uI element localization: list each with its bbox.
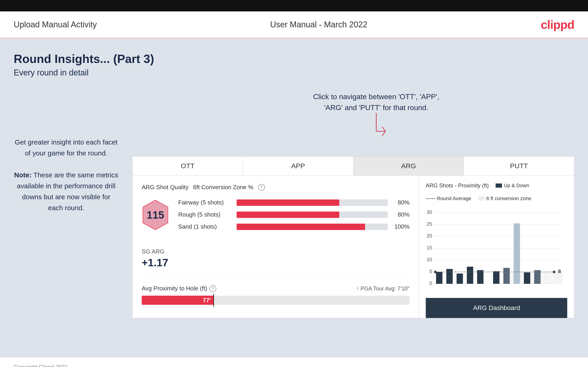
arg-shot-quality-label: ARG Shot Quality (142, 184, 189, 191)
sand-bar (237, 224, 388, 230)
chart-legend: ARG Shots - Proximity (ft) Up & Down Rou… (426, 182, 567, 201)
svg-text:5: 5 (429, 268, 432, 274)
svg-text:15: 15 (427, 245, 432, 250)
fairway-bar (237, 200, 388, 206)
main-content: Round Insights... (Part 3) Every round i… (0, 38, 588, 358)
chart-title: ARG Shots - Proximity (ft) (426, 182, 489, 189)
left-description: Get greater insight into each facet of y… (15, 138, 118, 157)
card: OTT APP ARG PUTT (132, 156, 574, 318)
svg-rect-23 (493, 271, 500, 284)
hex-score-row: 115 Fairway (5 shots) 80% (142, 199, 410, 235)
tab-app[interactable]: APP (243, 157, 354, 175)
shot-row-sand: Sand (1 shots) 100% (178, 223, 410, 230)
note-label: Note: (14, 171, 32, 179)
tab-putt[interactable]: PUTT (464, 157, 574, 175)
sg-label: SG ARG (142, 248, 410, 255)
rough-pct: 80% (391, 211, 410, 218)
content-layout: Get greater insight into each facet of y… (14, 91, 574, 318)
top-bar (0, 0, 588, 11)
svg-text:25: 25 (427, 221, 432, 227)
sg-value: +1.17 (142, 257, 410, 269)
svg-rect-25 (514, 223, 520, 284)
annotation-text: Click to navigate between 'OTT', 'APP','… (178, 91, 574, 113)
user-manual-label: User Manual - March 2022 (270, 20, 367, 29)
proximity-section: Avg Proximity to Hole (ft) ? ↑ PGA Tour … (142, 278, 410, 305)
tab-ott[interactable]: OTT (133, 157, 243, 175)
hexagon-score: 115 (142, 199, 169, 231)
legend-conversion-zone-icon (478, 197, 484, 200)
arg-dashboard-button[interactable]: ARG Dashboard (426, 298, 567, 318)
card-body: ARG Shot Quality 6ft Conversion Zone % ?… (133, 175, 574, 318)
sand-pct: 100% (391, 223, 410, 230)
chart-panel: ARG Shots - Proximity (ft) Up & Down Rou… (419, 175, 574, 318)
proximity-header: Avg Proximity to Hole (ft) ? ↑ PGA Tour … (142, 285, 410, 292)
rough-label: Rough (5 shots) (178, 211, 233, 218)
proximity-bar: 77' (142, 296, 410, 305)
tab-arg[interactable]: ARG (354, 157, 464, 175)
proximity-title: Avg Proximity to Hole (ft) ? (142, 285, 216, 292)
left-panel: Get greater insight into each facet of y… (14, 91, 119, 213)
sg-section: SG ARG +1.17 (142, 243, 410, 269)
legend-round-avg-label: Round Average (437, 196, 471, 201)
clippd-logo: clippd (541, 18, 574, 32)
proximity-value: 77' (203, 297, 211, 304)
svg-text:20: 20 (427, 233, 432, 239)
annotation-area: Click to navigate between 'OTT', 'APP','… (132, 91, 574, 143)
svg-rect-24 (503, 268, 510, 284)
note-text: These are the same metrics available in … (17, 171, 118, 212)
proximity-cursor (213, 294, 214, 307)
svg-rect-20 (457, 274, 463, 284)
right-panel: Click to navigate between 'OTT', 'APP','… (132, 91, 574, 318)
sand-bar-fill (237, 224, 365, 230)
svg-rect-18 (436, 272, 442, 284)
legend-conversion-zone-label: 6 ft conversion zone (486, 196, 531, 201)
svg-rect-26 (524, 272, 530, 284)
fairway-bar-fill (237, 200, 339, 206)
legend-round-avg: Round Average (426, 196, 471, 201)
shot-rows: Fairway (5 shots) 80% Rough (5 shots) (178, 199, 410, 235)
rough-bar (237, 212, 388, 218)
legend-up-down: Up & Down (496, 183, 529, 189)
svg-rect-28 (545, 272, 551, 284)
rough-bar-fill (237, 212, 339, 218)
fairway-label: Fairway (5 shots) (178, 199, 233, 206)
svg-text:8: 8 (558, 268, 561, 274)
stats-header: ARG Shot Quality 6ft Conversion Zone % ? (142, 184, 410, 191)
help-icon[interactable]: ? (258, 184, 265, 191)
shot-row-rough: Rough (5 shots) 80% (178, 211, 410, 218)
svg-text:0: 0 (429, 280, 432, 286)
header: Upload Manual Activity User Manual - Mar… (0, 11, 588, 38)
legend-round-avg-icon (426, 198, 435, 199)
arrow-annotation-svg (363, 113, 390, 143)
chart-area: 0 5 10 15 20 25 30 (426, 205, 567, 293)
page-title: Round Insights... (Part 3) (14, 52, 574, 66)
svg-text:30: 30 (427, 209, 432, 215)
legend-up-down-label: Up & Down (504, 183, 529, 189)
sand-label: Sand (1 shots) (178, 223, 233, 230)
upload-manual-label: Upload Manual Activity (14, 20, 97, 29)
proximity-help-icon[interactable]: ? (209, 285, 216, 292)
page-subtitle: Every round in detail (14, 68, 574, 77)
conversion-zone-label: 6ft Conversion Zone % (193, 184, 253, 191)
svg-text:10: 10 (427, 257, 432, 262)
pga-avg-label: ↑ PGA Tour Avg: 7'10" (356, 285, 410, 292)
chart-svg: 0 5 10 15 20 25 30 (426, 205, 567, 292)
shot-row-fairway: Fairway (5 shots) 80% (178, 199, 410, 206)
legend-up-down-icon (496, 184, 502, 188)
fairway-pct: 80% (391, 199, 410, 206)
left-panel-text: Get greater insight into each facet of y… (14, 137, 119, 213)
stats-panel: ARG Shot Quality 6ft Conversion Zone % ?… (133, 175, 419, 318)
copyright-label: Copyright Clippd 2021 (14, 364, 68, 367)
footer: Copyright Clippd 2021 (0, 358, 588, 367)
proximity-bar-fill: 77' (142, 296, 214, 305)
svg-rect-19 (446, 269, 453, 284)
svg-rect-21 (467, 267, 473, 284)
hex-number: 115 (147, 209, 164, 221)
tabs: OTT APP ARG PUTT (133, 157, 574, 175)
legend-conversion-zone: 6 ft conversion zone (478, 196, 531, 201)
